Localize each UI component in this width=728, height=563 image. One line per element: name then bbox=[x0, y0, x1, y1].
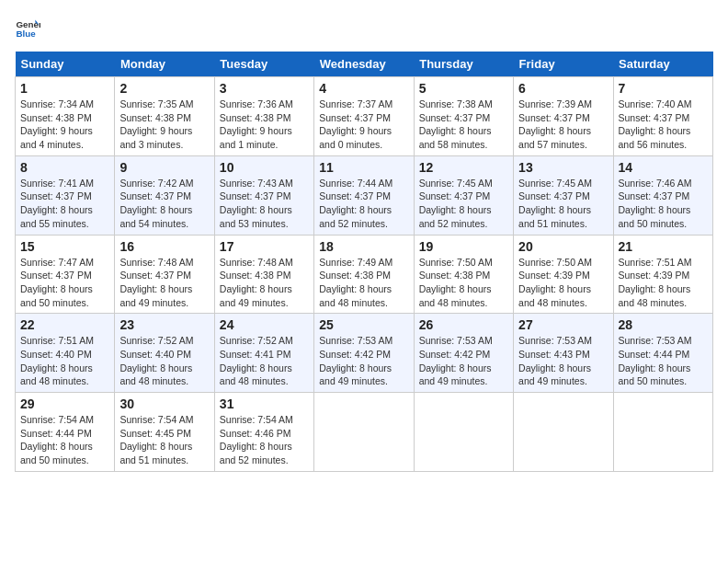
calendar-cell bbox=[514, 393, 613, 472]
calendar-cell: 1Sunrise: 7:34 AMSunset: 4:38 PMDaylight… bbox=[16, 77, 115, 156]
svg-text:Blue: Blue bbox=[16, 29, 36, 39]
calendar-cell bbox=[613, 393, 712, 472]
cell-info: Sunrise: 7:51 AMSunset: 4:40 PMDaylight:… bbox=[20, 334, 109, 388]
weekday-header-wednesday: Wednesday bbox=[314, 52, 414, 77]
weekday-header-friday: Friday bbox=[514, 52, 613, 77]
calendar-cell: 27Sunrise: 7:53 AMSunset: 4:43 PMDayligh… bbox=[514, 314, 613, 393]
calendar-week-row: 29Sunrise: 7:54 AMSunset: 4:44 PMDayligh… bbox=[16, 393, 713, 472]
cell-day-number: 15 bbox=[20, 239, 109, 254]
calendar-cell bbox=[314, 393, 414, 472]
cell-info: Sunrise: 7:54 AMSunset: 4:44 PMDaylight:… bbox=[20, 413, 109, 467]
cell-day-number: 22 bbox=[20, 317, 109, 332]
cell-info: Sunrise: 7:51 AMSunset: 4:39 PMDaylight:… bbox=[619, 256, 708, 310]
calendar-cell: 16Sunrise: 7:48 AMSunset: 4:37 PMDayligh… bbox=[115, 235, 214, 314]
calendar-cell: 23Sunrise: 7:52 AMSunset: 4:40 PMDayligh… bbox=[115, 314, 214, 393]
cell-info: Sunrise: 7:53 AMSunset: 4:42 PMDaylight:… bbox=[319, 334, 408, 388]
calendar-cell: 4Sunrise: 7:37 AMSunset: 4:37 PMDaylight… bbox=[314, 77, 414, 156]
cell-day-number: 8 bbox=[20, 160, 109, 175]
logo: General Blue bbox=[15, 15, 44, 40]
cell-info: Sunrise: 7:53 AMSunset: 4:43 PMDaylight:… bbox=[518, 334, 608, 388]
calendar-week-row: 1Sunrise: 7:34 AMSunset: 4:38 PMDaylight… bbox=[16, 77, 713, 156]
cell-day-number: 4 bbox=[319, 81, 408, 96]
calendar-cell: 15Sunrise: 7:47 AMSunset: 4:37 PMDayligh… bbox=[16, 235, 115, 314]
cell-info: Sunrise: 7:53 AMSunset: 4:44 PMDaylight:… bbox=[619, 334, 708, 388]
cell-day-number: 28 bbox=[619, 317, 708, 332]
calendar-cell: 3Sunrise: 7:36 AMSunset: 4:38 PMDaylight… bbox=[214, 77, 313, 156]
cell-info: Sunrise: 7:47 AMSunset: 4:37 PMDaylight:… bbox=[20, 256, 109, 310]
calendar-cell: 12Sunrise: 7:45 AMSunset: 4:37 PMDayligh… bbox=[414, 155, 513, 235]
cell-day-number: 13 bbox=[518, 160, 608, 175]
page-header: General Blue bbox=[15, 15, 713, 40]
calendar-cell: 20Sunrise: 7:50 AMSunset: 4:39 PMDayligh… bbox=[514, 235, 613, 314]
cell-info: Sunrise: 7:38 AMSunset: 4:37 PMDaylight:… bbox=[419, 98, 508, 152]
calendar-cell: 30Sunrise: 7:54 AMSunset: 4:45 PMDayligh… bbox=[115, 393, 214, 472]
cell-info: Sunrise: 7:42 AMSunset: 4:37 PMDaylight:… bbox=[119, 177, 209, 231]
cell-day-number: 17 bbox=[220, 239, 309, 254]
cell-info: Sunrise: 7:50 AMSunset: 4:39 PMDaylight:… bbox=[518, 256, 608, 310]
cell-info: Sunrise: 7:37 AMSunset: 4:37 PMDaylight:… bbox=[319, 98, 408, 152]
cell-info: Sunrise: 7:50 AMSunset: 4:38 PMDaylight:… bbox=[419, 256, 508, 310]
cell-day-number: 30 bbox=[119, 396, 209, 411]
cell-day-number: 6 bbox=[518, 81, 608, 96]
calendar-cell: 9Sunrise: 7:42 AMSunset: 4:37 PMDaylight… bbox=[115, 155, 214, 235]
calendar-cell: 18Sunrise: 7:49 AMSunset: 4:38 PMDayligh… bbox=[314, 235, 414, 314]
calendar-cell: 11Sunrise: 7:44 AMSunset: 4:37 PMDayligh… bbox=[314, 155, 414, 235]
cell-day-number: 26 bbox=[419, 317, 508, 332]
calendar-cell: 19Sunrise: 7:50 AMSunset: 4:38 PMDayligh… bbox=[414, 235, 513, 314]
calendar-cell: 26Sunrise: 7:53 AMSunset: 4:42 PMDayligh… bbox=[414, 314, 513, 393]
cell-info: Sunrise: 7:53 AMSunset: 4:42 PMDaylight:… bbox=[419, 334, 508, 388]
cell-day-number: 10 bbox=[220, 160, 309, 175]
calendar-cell: 31Sunrise: 7:54 AMSunset: 4:46 PMDayligh… bbox=[214, 393, 313, 472]
cell-info: Sunrise: 7:39 AMSunset: 4:37 PMDaylight:… bbox=[518, 98, 608, 152]
cell-info: Sunrise: 7:54 AMSunset: 4:46 PMDaylight:… bbox=[220, 413, 309, 467]
calendar-table: SundayMondayTuesdayWednesdayThursdayFrid… bbox=[15, 52, 713, 472]
cell-info: Sunrise: 7:43 AMSunset: 4:37 PMDaylight:… bbox=[220, 177, 309, 231]
cell-day-number: 21 bbox=[619, 239, 708, 254]
cell-day-number: 12 bbox=[419, 160, 508, 175]
calendar-cell: 29Sunrise: 7:54 AMSunset: 4:44 PMDayligh… bbox=[16, 393, 115, 472]
calendar-cell: 13Sunrise: 7:45 AMSunset: 4:37 PMDayligh… bbox=[514, 155, 613, 235]
cell-day-number: 14 bbox=[619, 160, 708, 175]
logo-icon: General Blue bbox=[15, 15, 40, 40]
calendar-week-row: 22Sunrise: 7:51 AMSunset: 4:40 PMDayligh… bbox=[16, 314, 713, 393]
calendar-cell: 7Sunrise: 7:40 AMSunset: 4:37 PMDaylight… bbox=[613, 77, 712, 156]
cell-info: Sunrise: 7:44 AMSunset: 4:37 PMDaylight:… bbox=[319, 177, 408, 231]
cell-day-number: 25 bbox=[319, 317, 408, 332]
cell-info: Sunrise: 7:34 AMSunset: 4:38 PMDaylight:… bbox=[20, 98, 109, 152]
cell-day-number: 9 bbox=[119, 160, 209, 175]
cell-day-number: 19 bbox=[419, 239, 508, 254]
weekday-header-thursday: Thursday bbox=[414, 52, 513, 77]
calendar-cell: 14Sunrise: 7:46 AMSunset: 4:37 PMDayligh… bbox=[613, 155, 712, 235]
calendar-cell bbox=[414, 393, 513, 472]
cell-day-number: 11 bbox=[319, 160, 408, 175]
calendar-cell: 10Sunrise: 7:43 AMSunset: 4:37 PMDayligh… bbox=[214, 155, 313, 235]
cell-info: Sunrise: 7:48 AMSunset: 4:37 PMDaylight:… bbox=[119, 256, 209, 310]
cell-info: Sunrise: 7:52 AMSunset: 4:40 PMDaylight:… bbox=[119, 334, 209, 388]
calendar-cell: 22Sunrise: 7:51 AMSunset: 4:40 PMDayligh… bbox=[16, 314, 115, 393]
cell-info: Sunrise: 7:45 AMSunset: 4:37 PMDaylight:… bbox=[419, 177, 508, 231]
cell-info: Sunrise: 7:46 AMSunset: 4:37 PMDaylight:… bbox=[619, 177, 708, 231]
cell-info: Sunrise: 7:35 AMSunset: 4:38 PMDaylight:… bbox=[119, 98, 209, 152]
weekday-header-row: SundayMondayTuesdayWednesdayThursdayFrid… bbox=[16, 52, 713, 77]
calendar-cell: 28Sunrise: 7:53 AMSunset: 4:44 PMDayligh… bbox=[613, 314, 712, 393]
cell-info: Sunrise: 7:52 AMSunset: 4:41 PMDaylight:… bbox=[220, 334, 309, 388]
calendar-cell: 17Sunrise: 7:48 AMSunset: 4:38 PMDayligh… bbox=[214, 235, 313, 314]
weekday-header-sunday: Sunday bbox=[16, 52, 115, 77]
cell-day-number: 27 bbox=[518, 317, 608, 332]
cell-day-number: 29 bbox=[20, 396, 109, 411]
calendar-week-row: 8Sunrise: 7:41 AMSunset: 4:37 PMDaylight… bbox=[16, 155, 713, 235]
cell-day-number: 2 bbox=[119, 81, 209, 96]
calendar-cell: 2Sunrise: 7:35 AMSunset: 4:38 PMDaylight… bbox=[115, 77, 214, 156]
calendar-cell: 21Sunrise: 7:51 AMSunset: 4:39 PMDayligh… bbox=[613, 235, 712, 314]
calendar-cell: 5Sunrise: 7:38 AMSunset: 4:37 PMDaylight… bbox=[414, 77, 513, 156]
weekday-header-monday: Monday bbox=[115, 52, 214, 77]
cell-day-number: 7 bbox=[619, 81, 708, 96]
cell-info: Sunrise: 7:49 AMSunset: 4:38 PMDaylight:… bbox=[319, 256, 408, 310]
calendar-week-row: 15Sunrise: 7:47 AMSunset: 4:37 PMDayligh… bbox=[16, 235, 713, 314]
cell-info: Sunrise: 7:48 AMSunset: 4:38 PMDaylight:… bbox=[220, 256, 309, 310]
calendar-cell: 8Sunrise: 7:41 AMSunset: 4:37 PMDaylight… bbox=[16, 155, 115, 235]
cell-info: Sunrise: 7:41 AMSunset: 4:37 PMDaylight:… bbox=[20, 177, 109, 231]
cell-day-number: 23 bbox=[119, 317, 209, 332]
weekday-header-saturday: Saturday bbox=[613, 52, 712, 77]
calendar-cell: 6Sunrise: 7:39 AMSunset: 4:37 PMDaylight… bbox=[514, 77, 613, 156]
